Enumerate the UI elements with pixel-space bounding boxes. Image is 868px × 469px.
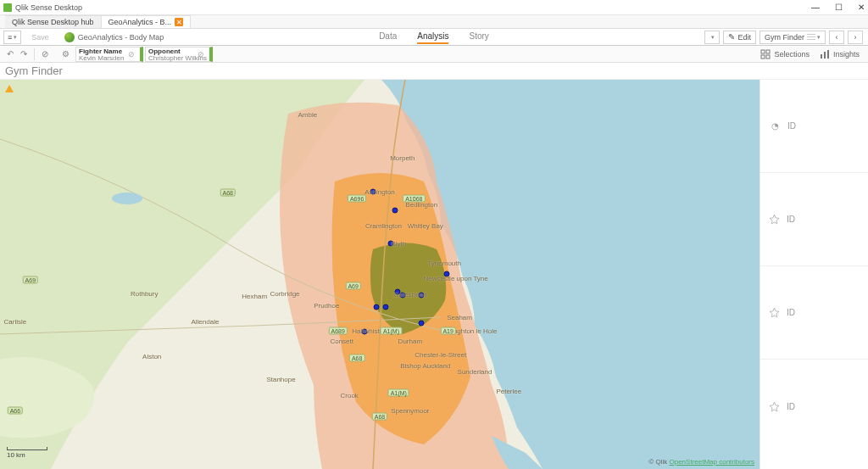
next-sheet-button[interactable]: › bbox=[848, 31, 863, 44]
edit-button[interactable]: Edit bbox=[723, 31, 756, 44]
map-scale: 10 km bbox=[7, 447, 47, 459]
road-shield: A68 bbox=[349, 355, 364, 362]
window-title: Qlik Sense Desktop bbox=[15, 3, 82, 12]
map-city-label: Blyth bbox=[391, 239, 406, 247]
bookmark-icon bbox=[709, 36, 710, 37]
map-city-label: Whitley Bay bbox=[408, 222, 443, 230]
clear-chip-icon[interactable]: ⊘ bbox=[128, 50, 135, 59]
road-shield: A69 bbox=[345, 282, 360, 290]
side-card[interactable]: ID bbox=[760, 360, 868, 453]
breadcrumb: GeoAnalytics - Body Map bbox=[78, 33, 164, 42]
attribution-link[interactable]: OpenStreetMap contributors bbox=[670, 458, 755, 466]
side-panel: ◔ ID ID ID ID bbox=[760, 80, 868, 469]
road-shield: A696 bbox=[348, 194, 366, 202]
window-controls: — ☐ ✕ bbox=[811, 3, 865, 12]
sheet-selector[interactable]: Gym Finder ▾ bbox=[760, 31, 826, 44]
road-shield: A68 bbox=[372, 413, 387, 421]
document-tab-strip: Qlik Sense Desktop hub GeoAnalytics - B.… bbox=[0, 15, 868, 29]
smart-search-button[interactable]: ⚙ bbox=[58, 47, 72, 61]
map-city-label: Rothbury bbox=[131, 290, 158, 298]
map-city-label: Carlisle bbox=[4, 317, 27, 325]
card-label: ID bbox=[787, 215, 795, 224]
minimize-button[interactable]: — bbox=[811, 3, 820, 12]
map-attribution: © Qlik OpenStreetMap contributors bbox=[648, 458, 754, 466]
map-land-layer bbox=[0, 80, 760, 469]
selection-chip-opponent[interactable]: Opponent Christopher Wilkins ⊘ bbox=[145, 47, 213, 62]
window-title-bar: Qlik Sense Desktop — ☐ ✕ bbox=[0, 0, 868, 15]
map-city-label: Amble bbox=[298, 111, 318, 119]
map-city-label: Consett bbox=[330, 337, 353, 344]
view-mode-tabs: Data Analysis Story bbox=[379, 30, 489, 44]
map-city-label: Ashington bbox=[364, 188, 395, 196]
road-shield: A66 bbox=[8, 407, 23, 415]
selections-tool-button[interactable]: Selections bbox=[760, 49, 810, 59]
map-city-label: Alston bbox=[142, 352, 161, 360]
map-viewport[interactable]: Carlisle Alston Allendale Hexham Corbrid… bbox=[0, 80, 760, 469]
map-point[interactable] bbox=[383, 304, 389, 310]
star-icon bbox=[769, 401, 780, 412]
globe-icon bbox=[64, 32, 75, 42]
map-city-label: Allendale bbox=[191, 317, 219, 325]
side-card[interactable]: ID bbox=[760, 173, 868, 266]
map-city-label: Gateshead bbox=[393, 291, 426, 299]
step-back-button[interactable]: ↶ bbox=[3, 47, 17, 61]
step-forward-button[interactable]: ↷ bbox=[17, 47, 31, 61]
svg-point-7 bbox=[112, 193, 142, 204]
map-city-label: Durham bbox=[398, 337, 422, 344]
map-city-label: Chester-le-Street bbox=[415, 350, 466, 358]
side-card[interactable]: ◔ ID bbox=[760, 80, 868, 173]
insights-label: Insights bbox=[833, 50, 860, 59]
tab-label: Qlik Sense Desktop hub bbox=[12, 18, 94, 26]
pencil-icon bbox=[728, 32, 735, 42]
close-button[interactable]: ✕ bbox=[858, 3, 865, 12]
map-city-label: Cramlington bbox=[365, 222, 402, 230]
svg-rect-5 bbox=[824, 52, 826, 59]
map-city-label: Prudhoe bbox=[314, 302, 339, 310]
card-label: ID bbox=[787, 121, 796, 131]
selection-chip-fighter[interactable]: Fighter Name Kevin Marsden ⊘ bbox=[75, 47, 143, 62]
scale-label: 10 km bbox=[7, 451, 25, 459]
map-city-label: Bishop Auckland bbox=[400, 362, 450, 370]
map-city-label: Corbridge bbox=[270, 290, 299, 298]
map-city-label: Tynemouth bbox=[427, 259, 461, 266]
road-shield: A1068 bbox=[403, 194, 425, 202]
divider bbox=[34, 48, 35, 60]
info-icon: ◔ bbox=[769, 120, 781, 132]
road-shield: A689 bbox=[329, 327, 348, 335]
map-point[interactable] bbox=[374, 304, 380, 310]
insights-button[interactable]: Insights bbox=[820, 49, 860, 59]
selections-label: Selections bbox=[774, 50, 810, 59]
warning-icon[interactable] bbox=[5, 85, 14, 92]
side-card[interactable]: ID bbox=[760, 266, 868, 360]
grid-icon bbox=[807, 34, 815, 41]
tab-data[interactable]: Data bbox=[379, 30, 397, 44]
main-content: Carlisle Alston Allendale Hexham Corbrid… bbox=[0, 80, 868, 469]
svg-rect-2 bbox=[761, 55, 765, 59]
tab-story[interactable]: Story bbox=[470, 30, 489, 44]
map-city-label: Newcastle upon Tyne bbox=[423, 275, 487, 282]
bookmark-button[interactable]: ▾ bbox=[704, 31, 720, 44]
map-city-label: Spennymoor bbox=[391, 407, 429, 415]
map-point[interactable] bbox=[419, 320, 425, 326]
card-label: ID bbox=[787, 402, 795, 411]
tab-analysis[interactable]: Analysis bbox=[417, 30, 448, 44]
clear-chip-icon[interactable]: ⊘ bbox=[198, 50, 204, 59]
map-city-label: Crook bbox=[340, 391, 358, 399]
card-label: ID bbox=[787, 308, 795, 317]
map-city-label: Stanhope bbox=[266, 376, 295, 383]
clear-selections-button[interactable]: ⊘ bbox=[38, 47, 52, 61]
app-menu-button[interactable]: ≡ bbox=[3, 31, 21, 44]
prev-sheet-button[interactable]: ‹ bbox=[829, 31, 844, 44]
tab-hub[interactable]: Qlik Sense Desktop hub bbox=[5, 15, 102, 28]
maximize-button[interactable]: ☐ bbox=[835, 3, 843, 12]
insights-icon bbox=[820, 49, 830, 59]
tab-geoanalytics[interactable]: GeoAnalytics - B... ✕ bbox=[102, 15, 192, 28]
road-shield: A68 bbox=[220, 189, 236, 197]
save-button[interactable]: Save bbox=[23, 31, 58, 44]
map-point[interactable] bbox=[392, 207, 398, 213]
star-icon bbox=[769, 307, 780, 318]
sheet-label: Gym Finder bbox=[765, 33, 804, 42]
svg-rect-4 bbox=[821, 54, 822, 59]
selections-icon bbox=[760, 49, 771, 59]
close-icon[interactable]: ✕ bbox=[175, 18, 183, 26]
